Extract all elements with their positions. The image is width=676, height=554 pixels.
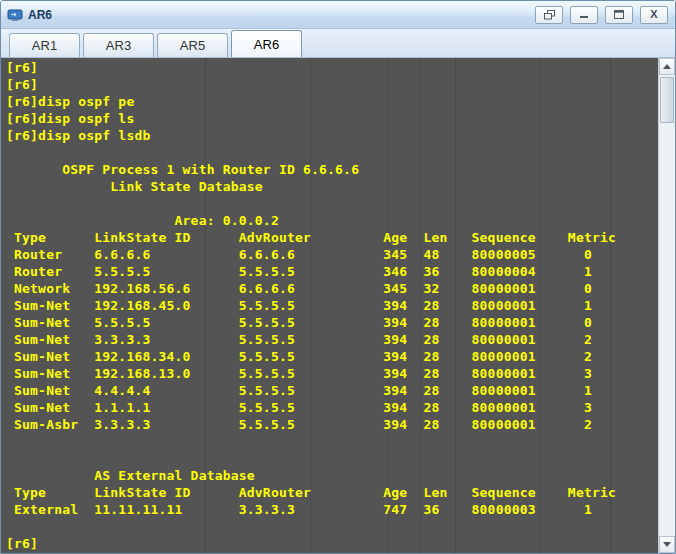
window-float-icon [544,10,555,20]
scroll-down-button[interactable] [659,536,675,553]
terminal[interactable]: [r6] [r6] [r6]disp ospf pe [r6]disp ospf… [1,58,675,553]
tab-ar1[interactable]: AR1 [9,33,80,57]
terminal-scrollbar[interactable] [658,58,675,553]
arrow-up-icon [663,64,671,69]
maximize-icon [614,10,624,19]
close-icon: X [650,9,657,20]
tab-ar3[interactable]: AR3 [83,33,154,57]
console-window: AR6 [0,0,676,554]
close-button[interactable]: X [640,6,668,24]
console-tabstrip: AR1 AR3 AR5 AR6 [1,29,675,58]
arrow-down-icon [663,542,671,547]
titlebar[interactable]: AR6 [1,1,675,29]
tab-ar6[interactable]: AR6 [231,30,302,57]
window-controls: X [535,6,668,24]
window-title: AR6 [28,8,52,22]
minimize-icon [579,10,589,19]
router-app-icon [7,7,23,23]
terminal-output: [r6] [r6] [r6]disp ospf pe [r6]disp ospf… [1,58,658,553]
scroll-up-button[interactable] [659,58,675,75]
maximize-button[interactable] [605,6,633,24]
minimize-button[interactable] [570,6,598,24]
scrollbar-thumb[interactable] [660,77,674,123]
float-button[interactable] [535,6,563,24]
tab-ar5[interactable]: AR5 [157,33,228,57]
